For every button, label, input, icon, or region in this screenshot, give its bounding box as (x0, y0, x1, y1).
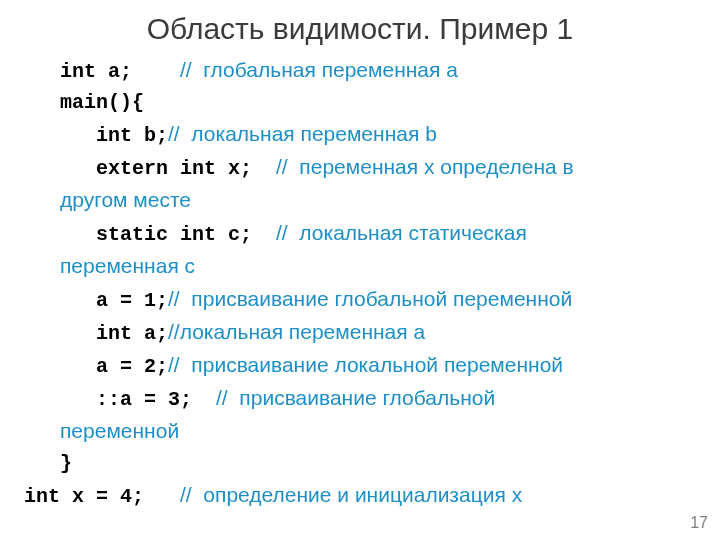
comment-text: // определение и инициализация x (180, 483, 522, 506)
code-text: int a; (60, 60, 180, 83)
code-line: a = 2;// присваивание локальной переменн… (24, 349, 696, 382)
comment-text: // глобальная переменная a (180, 58, 458, 81)
code-text: ::a = 3; (96, 388, 216, 411)
code-block: int a; // глобальная переменная a main()… (0, 54, 720, 512)
comment-text: переменной (60, 419, 179, 442)
page-number: 17 (690, 514, 708, 532)
comment-text: // присваивание глобальной (216, 386, 495, 409)
code-line: } (24, 448, 696, 479)
code-text: } (60, 452, 72, 475)
code-line-wrap: переменная c (24, 250, 696, 283)
code-text: a = 1; (96, 289, 168, 312)
code-line: int a; // глобальная переменная a (24, 54, 696, 87)
code-text: main(){ (60, 91, 144, 114)
code-line: int x = 4; // определение и инициализаци… (24, 479, 696, 512)
comment-text: // присваивание локальной переменной (168, 353, 563, 376)
code-text: extern int x; (96, 157, 276, 180)
comment-text: // переменная x определена в (276, 155, 574, 178)
code-line: main(){ (24, 87, 696, 118)
code-line: a = 1;// присваивание глобальной перемен… (24, 283, 696, 316)
slide-title: Область видимости. Пример 1 (0, 0, 720, 54)
code-line: extern int x; // переменная x определена… (24, 151, 696, 184)
code-line: int a;//локальная переменная a (24, 316, 696, 349)
comment-text: // локальная переменная b (168, 122, 437, 145)
code-text: int a; (96, 322, 168, 345)
code-line: ::a = 3; // присваивание глобальной (24, 382, 696, 415)
comment-text: //локальная переменная a (168, 320, 425, 343)
comment-text: // присваивание глобальной переменной (168, 287, 572, 310)
comment-text: переменная c (60, 254, 195, 277)
comment-text: другом месте (60, 188, 191, 211)
code-line: static int c; // локальная статическая (24, 217, 696, 250)
code-line: int b;// локальная переменная b (24, 118, 696, 151)
comment-text: // локальная статическая (276, 221, 527, 244)
code-line-wrap: переменной (24, 415, 696, 448)
code-text: int x = 4; (24, 485, 180, 508)
code-text: a = 2; (96, 355, 168, 378)
code-text: int b; (96, 124, 168, 147)
code-line-wrap: другом месте (24, 184, 696, 217)
code-text: static int c; (96, 223, 276, 246)
